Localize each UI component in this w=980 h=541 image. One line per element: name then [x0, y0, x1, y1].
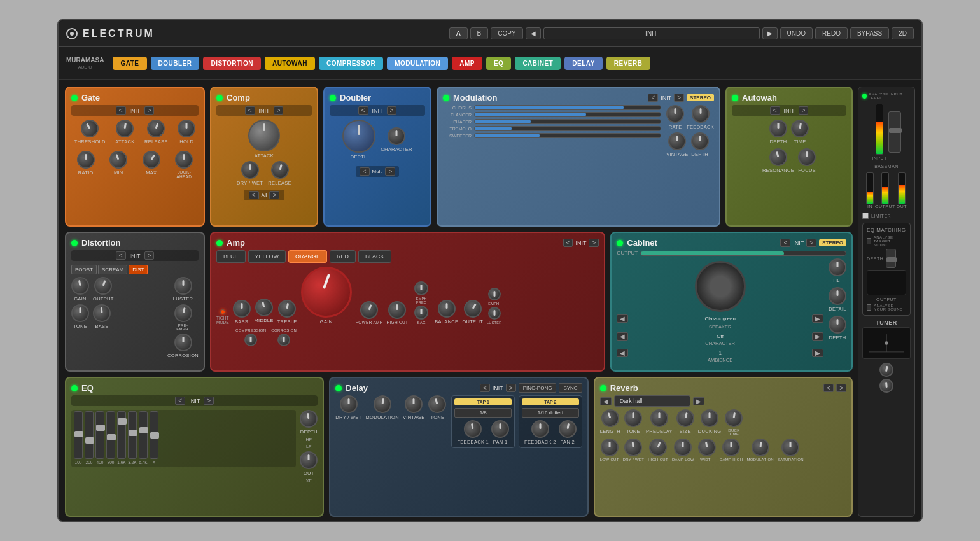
- doubler-next-preset[interactable]: >: [387, 106, 397, 115]
- chorus-slider[interactable]: [474, 105, 661, 110]
- char-next[interactable]: ▶: [812, 332, 823, 341]
- reverb-ducking-knob[interactable]: [701, 409, 718, 427]
- reverb-predelay-knob[interactable]: [650, 409, 668, 427]
- eq-next-preset[interactable]: >: [204, 397, 214, 405]
- scream-button[interactable]: SCREAM: [98, 265, 127, 274]
- flanger-slider[interactable]: [474, 112, 661, 117]
- char-prev[interactable]: ◀: [617, 332, 628, 341]
- autowah-focus-knob[interactable]: [798, 148, 816, 166]
- dist-corrosion-knob[interactable]: [174, 334, 192, 351]
- gate-fx-button[interactable]: GATE: [113, 57, 146, 70]
- amp-sag-knob[interactable]: [414, 306, 428, 320]
- amp-led[interactable]: [216, 240, 223, 246]
- dist-next-preset[interactable]: >: [144, 251, 155, 260]
- comp-attack-knob[interactable]: [248, 120, 280, 151]
- amb-next[interactable]: ▶: [812, 349, 823, 357]
- comp-release-knob[interactable]: [269, 159, 290, 181]
- reverb-modulation-knob[interactable]: [751, 438, 770, 457]
- reverb-high-cut-knob[interactable]: [647, 436, 669, 459]
- eq-fader-800[interactable]: [106, 411, 115, 459]
- compressor-fx-button[interactable]: COMPRESSOR: [319, 57, 383, 70]
- bypass-button[interactable]: BYPASS: [850, 27, 889, 39]
- doubler-prev-mode[interactable]: <: [360, 167, 370, 176]
- sidebar-knob-2[interactable]: [879, 378, 894, 393]
- gate-threshold-knob[interactable]: [78, 116, 102, 141]
- dist-bass-knob[interactable]: [92, 304, 111, 323]
- undo-button[interactable]: UNDO: [780, 27, 813, 39]
- doubler-character-knob[interactable]: [388, 127, 405, 145]
- gate-lookahead-knob[interactable]: [175, 151, 193, 169]
- amp-power-amp-knob[interactable]: [358, 299, 381, 321]
- distortion-led[interactable]: [71, 240, 78, 246]
- cabinet-detail-knob[interactable]: [829, 287, 846, 305]
- cabinet-led[interactable]: [617, 240, 623, 246]
- reverb-type-selector[interactable]: Dark hall: [614, 395, 690, 407]
- copy-button[interactable]: COPY: [491, 27, 522, 39]
- comp-led[interactable]: [216, 95, 223, 101]
- eq-fader-1600[interactable]: [117, 411, 126, 459]
- autowah-resonance-knob[interactable]: [767, 146, 789, 168]
- gate-hold-knob[interactable]: [178, 120, 195, 137]
- gate-release-knob[interactable]: [144, 117, 167, 140]
- amp-treble-knob[interactable]: [277, 299, 297, 319]
- delay-prev-preset[interactable]: <: [480, 384, 490, 392]
- limiter-checkbox[interactable]: [862, 213, 869, 219]
- boost-button[interactable]: BOOST: [71, 265, 97, 274]
- gate-min-knob[interactable]: [107, 148, 130, 171]
- autowah-prev-preset[interactable]: <: [770, 106, 780, 115]
- autowah-led[interactable]: [732, 95, 738, 101]
- eq-fader-6400[interactable]: [139, 411, 148, 459]
- reverb-size-knob[interactable]: [675, 407, 696, 429]
- reverb-ducking-time-knob[interactable]: [724, 408, 744, 428]
- reverb-low-cut-knob[interactable]: [601, 439, 619, 456]
- reverb-length-knob[interactable]: [599, 407, 622, 430]
- dist-output-knob[interactable]: [92, 274, 115, 297]
- comp-next-mode[interactable]: >: [269, 191, 279, 199]
- amp-blue-btn[interactable]: BLUE: [216, 250, 246, 263]
- comp-prev-mode[interactable]: <: [249, 191, 259, 199]
- amp-orange-btn[interactable]: ORANGE: [288, 250, 327, 263]
- delay-pan1-knob[interactable]: [491, 420, 509, 438]
- doubler-next-mode[interactable]: >: [385, 167, 395, 176]
- reverb-damp-high-knob[interactable]: [722, 439, 740, 456]
- amb-prev[interactable]: ◀: [617, 349, 628, 357]
- delay-next-preset[interactable]: >: [506, 384, 516, 392]
- tight-mode-led[interactable]: [220, 309, 225, 314]
- eq-led[interactable]: [71, 385, 78, 391]
- amp-emphasis-knob[interactable]: [488, 288, 501, 300]
- eq-fader-3200[interactable]: [128, 411, 137, 459]
- amp-luster-knob[interactable]: [488, 307, 501, 320]
- amp-yellow-btn[interactable]: YELLOW: [248, 250, 286, 263]
- phaser-slider[interactable]: [474, 119, 661, 124]
- reverb-fx-button[interactable]: REVERB: [606, 57, 650, 70]
- analyse-led[interactable]: [862, 94, 867, 99]
- eq-fader-x[interactable]: [150, 411, 158, 459]
- reverb-damp-low-knob[interactable]: [674, 439, 692, 456]
- cabinet-depth-knob[interactable]: [829, 316, 846, 334]
- prev-preset-button[interactable]: ◀: [526, 27, 541, 39]
- sidebar-knob-1[interactable]: [878, 362, 894, 377]
- speaker-prev[interactable]: ◀: [617, 314, 628, 323]
- dist-preemphasis-knob[interactable]: [172, 302, 193, 324]
- mod-vintage-knob[interactable]: [668, 132, 686, 150]
- amp-corrosion2-knob[interactable]: [277, 334, 290, 346]
- delay-modulation-knob[interactable]: [372, 394, 393, 414]
- dist-tone-knob[interactable]: [71, 304, 89, 322]
- doubler-led[interactable]: [330, 95, 336, 101]
- reverb-type-prev[interactable]: ◀: [600, 397, 612, 405]
- mod-next-preset[interactable]: >: [674, 94, 684, 102]
- gate-ratio-knob[interactable]: [77, 151, 95, 169]
- reverb-saturation-knob[interactable]: [781, 439, 799, 456]
- eq-depth-slider[interactable]: [886, 249, 896, 268]
- comp-dry-wet-knob[interactable]: [241, 161, 259, 179]
- gate-next-preset[interactable]: >: [144, 106, 155, 115]
- amp-red-btn[interactable]: RED: [330, 250, 356, 263]
- reverb-width-knob[interactable]: [697, 437, 717, 458]
- amp-gain-knob[interactable]: [301, 267, 352, 318]
- eq-out-knob[interactable]: [300, 451, 318, 469]
- amp-bass-knob[interactable]: [233, 300, 251, 318]
- amp-prev-preset[interactable]: <: [563, 239, 573, 247]
- redo-button[interactable]: REDO: [815, 27, 848, 39]
- cabinet-fx-button[interactable]: CABINET: [515, 57, 561, 70]
- cab-next-preset[interactable]: >: [806, 239, 816, 247]
